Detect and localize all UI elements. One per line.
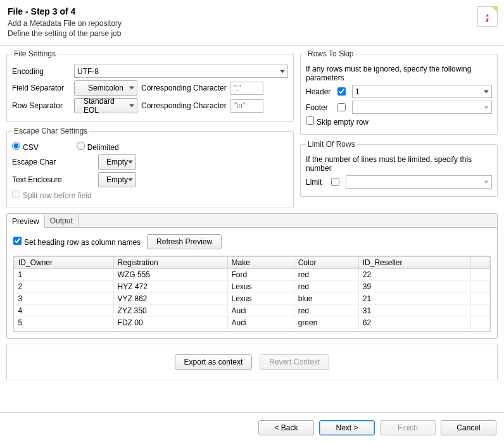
rows-to-skip-hint: If any rows must be ignored, specify the… (306, 65, 492, 82)
refresh-preview-button[interactable]: Refresh Preview (147, 234, 222, 249)
footer-rows-label: Footer (306, 103, 334, 112)
heading-row-checkbox[interactable] (13, 237, 22, 245)
table-cell: 39 (358, 281, 470, 293)
file-settings-group: File Settings Encoding UTF-8 Field Separ… (6, 49, 294, 122)
header-rows-combo[interactable]: 1 (352, 85, 492, 98)
encoding-label: Encoding (12, 67, 70, 76)
escape-char-label: Escape Char (12, 158, 94, 166)
limit-label: Limit (306, 178, 327, 187)
table-cell: red (294, 269, 358, 281)
footer-rows-combo[interactable] (352, 101, 492, 114)
text-enclosure-label: Text Enclosure (12, 175, 94, 184)
row-sep-char-label: Corresponding Character (141, 101, 227, 110)
table-cell: HYZ 472 (113, 281, 227, 293)
table-cell: red (294, 305, 358, 317)
rows-to-skip-legend: Rows To Skip (306, 49, 355, 58)
wizard-footer: < Back Next > Finish Cancel (258, 420, 496, 435)
column-header[interactable]: Registration (113, 257, 227, 269)
table-row[interactable]: 1WZG 555Fordred22 (15, 269, 490, 281)
header-rows-label: Header (306, 87, 334, 96)
row-separator-combo[interactable]: Standard EOL (74, 98, 137, 113)
limit-of-rows-group: Limit Of Rows If the number of lines mus… (300, 140, 498, 197)
tab-output[interactable]: Output (45, 214, 79, 227)
wizard-header: File - Step 3 of 4 Add a Metadata File o… (0, 0, 504, 44)
table-cell: green (294, 317, 358, 329)
footer-rows-checkbox[interactable] (337, 103, 346, 111)
cancel-button[interactable]: Cancel (441, 420, 496, 435)
export-as-context-button[interactable]: Export as context (175, 354, 253, 370)
limit-hint: If the number of lines must be limited, … (306, 155, 492, 173)
table-cell: Audi (227, 317, 294, 329)
field-separator-label: Field Separator (12, 84, 70, 92)
field-sep-char-value: ";" (230, 82, 263, 95)
csv-radio[interactable] (12, 142, 20, 150)
rows-to-skip-group: Rows To Skip If any rows must be ignored… (300, 49, 498, 135)
table-row[interactable]: 3VYZ 862Lexusblue21 (15, 293, 490, 305)
preview-table: ID_OwnerRegistrationMakeColorID_Reseller… (14, 256, 490, 329)
delimited-radio[interactable] (77, 142, 85, 150)
wizard-file-icon: ; (477, 6, 498, 27)
skip-empty-checkbox[interactable] (306, 116, 314, 125)
table-row[interactable]: 5FDZ 00Audigreen62 (15, 317, 490, 329)
table-cell: 31 (358, 305, 470, 317)
table-cell: Lexus (227, 293, 294, 305)
preview-table-wrap[interactable]: ID_OwnerRegistrationMakeColorID_Reseller… (13, 256, 491, 332)
table-cell: 3 (15, 293, 114, 305)
csv-radio-label[interactable]: CSV (12, 142, 39, 152)
split-row-checkbox[interactable] (12, 190, 20, 198)
column-header[interactable]: ID_Owner (15, 257, 114, 269)
table-cell: 21 (358, 293, 470, 305)
table-cell: 22 (358, 269, 470, 281)
table-row[interactable]: 4ZYZ 350Audired31 (15, 305, 490, 317)
table-cell: 62 (358, 317, 470, 329)
split-row-checkbox-label[interactable]: Split row before field (12, 190, 92, 200)
table-cell: 5 (15, 317, 114, 329)
finish-button: Finish (380, 420, 436, 435)
table-cell: blue (294, 293, 358, 305)
context-action-area: Export as context Revert Context (6, 344, 498, 380)
next-button[interactable]: Next > (319, 420, 375, 435)
table-cell: red (294, 281, 358, 293)
table-cell: Lexus (227, 281, 294, 293)
column-header-spacer (470, 257, 489, 269)
field-sep-char-label: Corresponding Character (141, 84, 227, 92)
limit-combo[interactable] (346, 175, 492, 189)
heading-row-checkbox-label[interactable]: Set heading row as column names (13, 237, 141, 247)
skip-empty-checkbox-label[interactable]: Skip empty row (306, 116, 369, 127)
table-cell: Ford (227, 269, 294, 281)
table-cell: FDZ 00 (113, 317, 227, 329)
table-cell: VYZ 862 (113, 293, 227, 305)
limit-of-rows-legend: Limit Of Rows (306, 140, 357, 149)
escape-char-combo[interactable]: Empty (98, 154, 136, 170)
table-cell: 1 (15, 269, 114, 281)
escape-settings-group: Escape Char Settings CSV Delimited Escap… (6, 127, 294, 208)
encoding-combo[interactable]: UTF-8 (74, 65, 288, 78)
tab-preview[interactable]: Preview (7, 215, 45, 228)
table-cell: 2 (15, 281, 114, 293)
column-header[interactable]: Color (294, 257, 358, 269)
back-button[interactable]: < Back (258, 420, 314, 435)
header-rows-checkbox[interactable] (337, 87, 346, 96)
limit-checkbox[interactable] (331, 178, 339, 186)
row-sep-char-value: "\n" (230, 99, 263, 113)
delimited-radio-label[interactable]: Delimited (77, 142, 119, 152)
column-header[interactable]: ID_Reseller (358, 257, 470, 269)
table-cell: 4 (15, 305, 114, 317)
table-cell: Audi (227, 305, 294, 317)
escape-settings-legend: Escape Char Settings (12, 127, 89, 135)
revert-context-button: Revert Context (260, 354, 329, 370)
field-separator-combo[interactable]: Semicolon (74, 80, 137, 96)
page-subtitle: Add a Metadata File on repository Define… (8, 19, 496, 39)
text-enclosure-combo[interactable]: Empty (98, 172, 136, 187)
column-header[interactable]: Make (227, 257, 294, 269)
preview-tabs: Preview Output Set heading row as column… (6, 213, 498, 339)
page-title: File - Step 3 of 4 (8, 6, 496, 16)
table-cell: WZG 555 (113, 269, 227, 281)
file-settings-legend: File Settings (12, 49, 58, 58)
table-row[interactable]: 2HYZ 472Lexusred39 (15, 281, 490, 293)
table-cell: ZYZ 350 (113, 305, 227, 317)
row-separator-label: Row Separator (12, 101, 70, 110)
